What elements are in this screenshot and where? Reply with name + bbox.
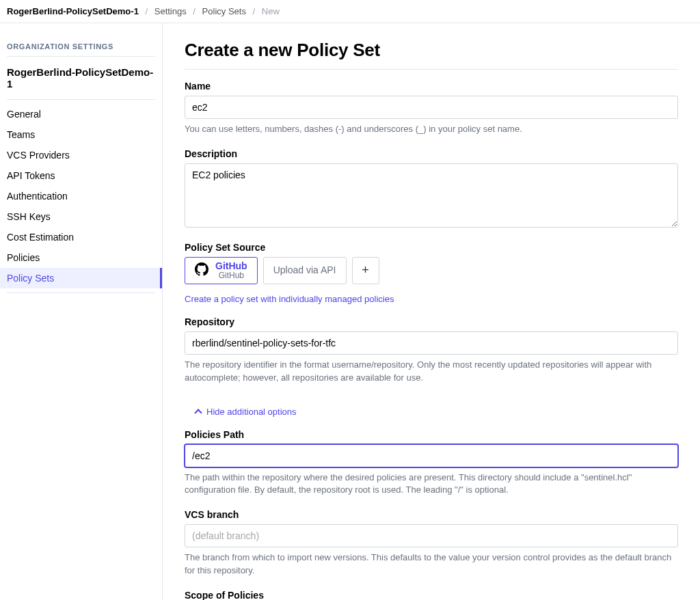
- sidebar: ORGANIZATION SETTINGS RogerBerlind-Polic…: [0, 23, 163, 600]
- breadcrumb-sep: /: [189, 6, 200, 16]
- source-option-subtitle: GitHub: [215, 271, 247, 280]
- toggle-label: Hide additional options: [206, 407, 297, 417]
- source-label: Policy Set Source: [185, 242, 678, 253]
- source-option-github[interactable]: GitHub GitHub: [185, 257, 258, 284]
- main-content: Create a new Policy Set Name You can use…: [163, 23, 700, 600]
- sidebar-item-cost-estimation[interactable]: Cost Estimation: [7, 227, 155, 247]
- field-repository: Repository The repository identifier in …: [185, 316, 678, 385]
- policies-path-label: Policies Path: [185, 429, 678, 440]
- github-icon: [195, 262, 208, 278]
- sidebar-item-policies[interactable]: Policies: [7, 247, 155, 268]
- sidebar-nav: General Teams VCS Providers API Tokens A…: [7, 100, 155, 293]
- sidebar-item-vcs-providers[interactable]: VCS Providers: [7, 145, 155, 165]
- sidebar-item-general[interactable]: General: [7, 104, 155, 124]
- vcs-branch-input[interactable]: [185, 524, 678, 547]
- repository-label: Repository: [185, 316, 678, 327]
- breadcrumb-settings[interactable]: Settings: [154, 6, 187, 16]
- name-input[interactable]: [185, 96, 678, 119]
- breadcrumb-sep: /: [249, 6, 260, 16]
- breadcrumb-sep: /: [142, 6, 152, 16]
- source-option-title: GitHub: [215, 261, 247, 271]
- plus-icon: +: [362, 263, 369, 277]
- field-scope: Scope of Policies Policies enforced on a…: [185, 590, 678, 600]
- field-policies-path: Policies Path The path within the reposi…: [185, 429, 678, 497]
- name-label: Name: [185, 81, 678, 92]
- repository-hint: The repository identifier in the format …: [185, 359, 678, 385]
- scope-label: Scope of Policies: [185, 590, 678, 600]
- sidebar-item-ssh-keys[interactable]: SSH Keys: [7, 206, 155, 227]
- page-title: Create a new Policy Set: [185, 40, 678, 70]
- repository-input[interactable]: [185, 331, 678, 355]
- field-vcs-branch: VCS branch The branch from which to impo…: [185, 509, 678, 577]
- sidebar-item-authentication[interactable]: Authentication: [7, 186, 155, 206]
- breadcrumb-org[interactable]: RogerBerlind-PolicySetDemo-1: [7, 6, 139, 16]
- manual-policy-link[interactable]: Create a policy set with individually ma…: [185, 294, 394, 304]
- name-hint: You can use letters, numbers, dashes (-)…: [185, 123, 678, 136]
- breadcrumb-section[interactable]: Policy Sets: [202, 6, 246, 16]
- sidebar-heading: ORGANIZATION SETTINGS: [7, 38, 155, 57]
- source-option-upload-api[interactable]: Upload via API: [263, 257, 347, 284]
- sidebar-item-policy-sets[interactable]: Policy Sets: [0, 268, 162, 288]
- chevron-up-icon: [194, 409, 202, 416]
- sidebar-org-name: RogerBerlind-PolicySetDemo-1: [7, 57, 155, 100]
- policies-path-input[interactable]: [185, 444, 678, 467]
- description-label: Description: [185, 148, 678, 159]
- source-option-title: Upload via API: [273, 265, 336, 275]
- add-source-button[interactable]: +: [352, 257, 379, 284]
- breadcrumb-current: New: [262, 6, 280, 16]
- vcs-branch-label: VCS branch: [185, 509, 678, 520]
- field-description: Description EC2 policies: [185, 148, 678, 230]
- breadcrumb: RogerBerlind-PolicySetDemo-1 / Settings …: [0, 0, 700, 23]
- toggle-additional-options[interactable]: Hide additional options: [196, 407, 297, 417]
- description-input[interactable]: EC2 policies: [185, 163, 678, 228]
- sidebar-item-api-tokens[interactable]: API Tokens: [7, 165, 155, 186]
- policies-path-hint: The path within the repository where the…: [185, 472, 678, 497]
- vcs-branch-hint: The branch from which to import new vers…: [185, 551, 678, 577]
- field-name: Name You can use letters, numbers, dashe…: [185, 81, 678, 136]
- sidebar-item-teams[interactable]: Teams: [7, 124, 155, 145]
- field-source: Policy Set Source GitHub GitHub Upload v…: [185, 242, 678, 304]
